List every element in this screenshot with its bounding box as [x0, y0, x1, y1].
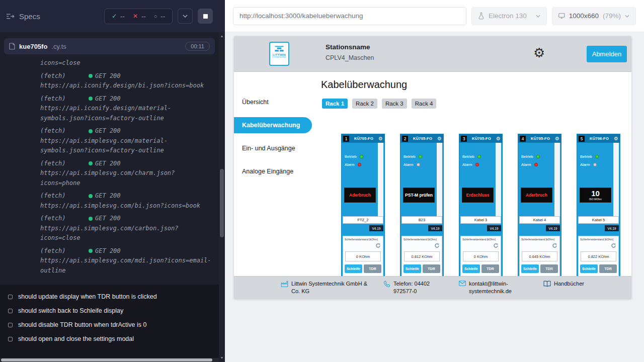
card-number: 3 — [461, 136, 467, 142]
card-buttons: Schleife TDR — [521, 264, 558, 273]
tab-rack-1[interactable]: Rack 1 — [322, 99, 348, 109]
tab-rack-4[interactable]: Rack 4 — [412, 99, 437, 109]
test-item[interactable]: should switch back to Schleife display — [0, 304, 219, 318]
log-source: (fetch) — [40, 126, 89, 136]
log-line-partial: icons=close — [40, 58, 212, 68]
card-settings-icon[interactable]: ⚙ — [496, 136, 501, 141]
log-url: https://api.simplesvg.com/mdi.json?icons… — [40, 256, 212, 276]
scroll-down-icon[interactable]: ▼ — [219, 355, 225, 361]
page-title: Kabelüberwachung — [321, 79, 407, 90]
vertical-scrollbar-track[interactable]: ▲ ▼ — [219, 32, 225, 362]
passed-count: -- — [120, 13, 125, 20]
cable-name: Kabel 4 — [519, 216, 560, 224]
horizontal-scrollbar[interactable] — [0, 358, 219, 362]
refresh-icon[interactable] — [434, 243, 440, 248]
tdr-button[interactable]: TDR — [481, 264, 499, 273]
measurement-value: 0 KOhm — [463, 251, 499, 261]
led-label: Betrieb — [345, 154, 357, 159]
viewport-zoom: (79%) — [603, 12, 621, 20]
footer-manuals-link[interactable]: Handbücher — [543, 280, 584, 288]
led-label: Alarm — [462, 162, 472, 167]
status-text: PST-M prüfen — [405, 193, 433, 198]
collapse-chevron-button[interactable] — [178, 9, 193, 24]
test-item[interactable]: should open and close the settings modal — [0, 332, 219, 346]
schleife-button[interactable]: Schleife — [404, 264, 421, 273]
sidebar-item-analoge-eingaenge[interactable]: Analoge Eingänge — [234, 163, 312, 179]
device-card: 5 KÜ706-FO ⚙ Betrieb Alarm — [577, 134, 620, 285]
scroll-up-icon[interactable]: ▲ — [219, 33, 225, 39]
refresh-icon[interactable] — [375, 243, 381, 248]
refresh-icon[interactable] — [611, 243, 616, 248]
pending-icon: ○ — [154, 14, 157, 19]
led-row: Alarm — [462, 162, 479, 167]
test-state-icon — [8, 323, 13, 327]
card-settings-icon[interactable]: ⚙ — [555, 136, 559, 141]
viewport-selector[interactable]: 1000x660 (79%) — [552, 7, 636, 25]
log-entry[interactable]: (fetch) GET 200 https://api.simplesvg.co… — [40, 191, 219, 211]
refresh-icon[interactable] — [493, 243, 499, 248]
tab-rack-3[interactable]: Rack 3 — [382, 99, 407, 109]
stop-icon — [203, 14, 208, 19]
alarm-led-icon — [358, 163, 361, 166]
tdr-button[interactable]: TDR — [599, 264, 617, 273]
led-row: Alarm — [404, 162, 420, 167]
status-display: Erdschluss — [462, 188, 494, 203]
card-settings-icon[interactable]: ⚙ — [437, 136, 442, 141]
refresh-icon[interactable] — [552, 243, 557, 248]
measurement-label: Schleifenwiderstand [kOhm] — [345, 238, 381, 241]
schleife-button[interactable]: Schleife — [462, 264, 480, 273]
log-entry[interactable]: (fetch) GET 200 https://api.simplesvg.co… — [40, 246, 219, 276]
schleife-button[interactable]: Schleife — [580, 264, 598, 273]
schleife-button[interactable]: Schleife — [345, 264, 362, 273]
status-text: Aderbruch — [526, 193, 547, 198]
settings-gear-icon[interactable]: ⚙ — [533, 44, 545, 62]
log-entry[interactable]: (fetch) GET 200 https://api.simplesvg.co… — [40, 214, 219, 243]
sidebar-item-uebersicht[interactable]: Übersicht — [234, 94, 312, 110]
card-buttons: Schleife TDR — [345, 264, 381, 273]
pending-stat: ○ -- — [154, 13, 165, 20]
status-text: Aderbruch — [349, 193, 371, 198]
tab-rack-2[interactable]: Rack 2 — [352, 99, 377, 109]
test-item[interactable]: should update display when TDR button is… — [0, 290, 219, 304]
card-side-strip — [496, 143, 501, 216]
tdr-button[interactable]: TDR — [364, 264, 381, 273]
failed-stat: ✕ -- — [133, 13, 146, 20]
card-header: 4 KÜ705-FO ⚙ — [518, 134, 561, 143]
log-entry[interactable]: (fetch) GET 200 https://api.simplesvg.co… — [40, 159, 219, 189]
browser-selector[interactable]: Electron 130 — [471, 7, 547, 25]
log-entry[interactable]: (fetch) GET 200 https://api.iconify.desi… — [40, 94, 219, 124]
specs-menu-button[interactable]: Specs — [6, 12, 40, 21]
measurement-value: 0 KOhm — [345, 251, 381, 261]
app-footer: Littwin Systemtechnik GmbH & Co. KG Tele… — [234, 276, 631, 299]
test-item[interactable]: should disable TDR button when tdrActive… — [0, 318, 219, 332]
led-label: Alarm — [580, 162, 590, 167]
tdr-button[interactable]: TDR — [423, 264, 440, 273]
led-row: Alarm — [580, 162, 597, 167]
card-settings-icon[interactable]: ⚙ — [378, 136, 383, 141]
card-settings-icon[interactable]: ⚙ — [614, 136, 618, 141]
card-number: 1 — [343, 136, 349, 142]
logout-button[interactable]: Abmelden — [587, 46, 627, 62]
spec-header[interactable]: kue705fo.cy.ts 00:11 — [4, 38, 215, 54]
stop-run-button[interactable] — [198, 9, 213, 24]
vertical-scrollbar[interactable]: ▲ ▼ — [219, 0, 225, 362]
firmware-version: V4.19 — [369, 225, 383, 231]
phone-icon — [383, 281, 390, 288]
email-address: kontakt@littwin-systemtechnik.de — [469, 280, 514, 296]
sidebar-item-kabelueberwachung[interactable]: Kabelüberwachung — [234, 117, 312, 133]
card-buttons: Schleife TDR — [580, 264, 617, 273]
horizontal-scrollbar-thumb[interactable] — [1, 358, 212, 361]
tdr-button[interactable]: TDR — [540, 264, 558, 273]
footer-company: Littwin Systemtechnik GmbH & Co. KG — [281, 280, 374, 296]
chevron-down-icon — [625, 15, 629, 18]
sidebar-item-ein-und-ausgaenge[interactable]: Ein- und Ausgänge — [234, 140, 312, 156]
url-bar[interactable]: http://localhost:3000/kabelueberwachung — [233, 7, 466, 25]
station-label: Stationsname — [326, 43, 374, 51]
log-entry[interactable]: (fetch) GET 200 https://api.simplesvg.co… — [40, 126, 219, 156]
vertical-scrollbar-thumb[interactable] — [220, 169, 224, 237]
card-side-strip — [378, 143, 383, 216]
schleife-button[interactable]: Schleife — [521, 264, 539, 273]
log-entry[interactable]: (fetch) GET 200 https://api.iconify.desi… — [40, 71, 219, 91]
test-list: should update display when TDR button is… — [0, 285, 219, 358]
passed-stat: ✓ -- — [112, 13, 125, 20]
